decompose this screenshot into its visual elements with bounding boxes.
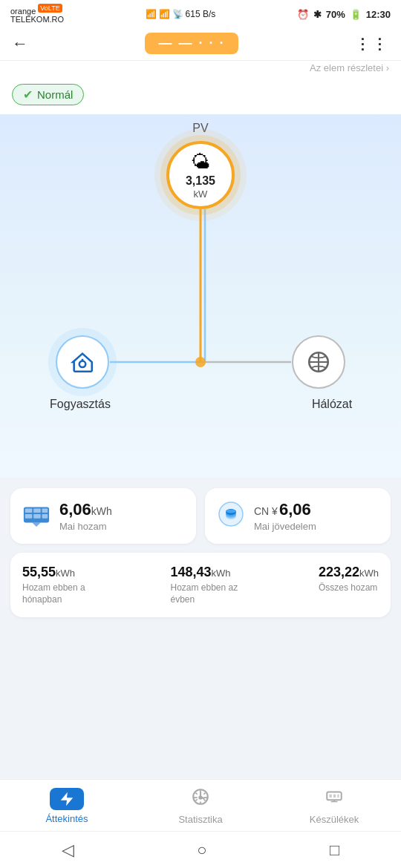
- money-card-icon: [217, 500, 245, 528]
- carrier-info: orange VoLTE TELEKOM.RO: [10, 4, 64, 24]
- status-bar: orange VoLTE TELEKOM.RO 📶 📶 📡 615 B/s ⏰ …: [0, 0, 401, 27]
- grid-icon: [306, 349, 331, 375]
- svg-rect-24: [333, 795, 336, 798]
- pv-power-unit: kW: [194, 188, 208, 200]
- status-badge-label: Normál: [37, 88, 73, 101]
- daily-yield-value: 6,06kWh: [59, 500, 112, 519]
- svg-rect-13: [42, 514, 48, 519]
- overview-label: Áttekintés: [45, 813, 88, 824]
- battery-icon: 🔋: [350, 9, 362, 20]
- wifi-icon: 📡: [172, 9, 183, 19]
- svg-point-20: [226, 510, 236, 513]
- svg-marker-14: [32, 522, 40, 527]
- total-label: Összes hozam: [319, 582, 379, 594]
- daily-yield-label: Mai hozam: [59, 521, 112, 532]
- svg-rect-11: [25, 514, 33, 519]
- stats-label: Statisztika: [178, 814, 222, 825]
- operator-name: TELEKOM.RO: [10, 15, 64, 24]
- overview-icon: [59, 791, 75, 807]
- daily-income-card: CN ¥6,06 Mai jövedelem: [205, 488, 391, 544]
- status-badge: ✔ Normál: [12, 84, 84, 105]
- nav-subtitle[interactable]: Az elem részletei ›: [0, 61, 401, 78]
- daily-income-value: CN ¥6,06: [254, 500, 316, 519]
- daily-yield-content: 6,06kWh Mai hozam: [59, 500, 112, 532]
- cards-area: 6,06kWh Mai hozam CN ¥6,06: [0, 478, 401, 617]
- bluetooth-icon: ✱: [313, 9, 322, 20]
- svg-rect-12: [33, 514, 41, 519]
- svg-point-4: [195, 357, 206, 367]
- svg-point-21: [198, 795, 202, 799]
- clock: 12:30: [366, 9, 391, 20]
- alarm-icon: ⏰: [297, 9, 309, 20]
- yearly-label: Hozam ebben az évben: [170, 582, 252, 605]
- signal-icon-2: 📶: [159, 9, 170, 19]
- daily-income-content: CN ¥6,06 Mai jövedelem: [254, 500, 316, 532]
- energy-diagram: PV 🌤 3,135 kW Fogyasztás Hálóza: [0, 114, 401, 478]
- monthly-value: 55,55kWh: [22, 565, 104, 580]
- carrier-name: orange VoLTE: [10, 4, 64, 16]
- svg-rect-9: [33, 508, 41, 513]
- svg-rect-23: [330, 795, 332, 798]
- android-back-button[interactable]: ◁: [62, 841, 74, 860]
- grid-circle: [292, 335, 345, 389]
- svg-rect-10: [42, 508, 48, 513]
- home-circle: [56, 335, 109, 389]
- status-right: ⏰ ✱ 70% 🔋 12:30: [297, 9, 391, 20]
- devices-label: Készülékek: [310, 814, 359, 825]
- android-recent-button[interactable]: □: [330, 841, 339, 860]
- more-options-button[interactable]: ⋮⋮: [355, 35, 389, 53]
- monthly-stat: 55,55kWh Hozam ebben a hónapban: [22, 565, 104, 605]
- nav-title-masked: — — · · ·: [145, 33, 238, 54]
- signal-icon-1: 📶: [146, 9, 157, 19]
- nav-item-devices[interactable]: Készülékek: [304, 787, 364, 825]
- stats-icon: [191, 787, 210, 811]
- speed-indicator: 615 B/s: [186, 9, 216, 19]
- solar-panel-icon: 🌤: [191, 151, 210, 174]
- solar-panel-card-icon: [22, 500, 50, 528]
- stats-card: 55,55kWh Hozam ebben a hónapban 148,43kW…: [10, 553, 391, 617]
- daily-yield-card: 6,06kWh Mai hozam: [10, 488, 196, 544]
- top-cards-row: 6,06kWh Mai hozam CN ¥6,06: [10, 488, 391, 544]
- total-stat: 223,22kWh Összes hozam: [319, 565, 379, 605]
- monthly-label: Hozam ebben a hónapban: [22, 582, 104, 605]
- pv-circle: 🌤 3,135 kW: [166, 141, 235, 209]
- daily-income-label: Mai jövedelem: [254, 521, 316, 532]
- svg-rect-25: [337, 795, 339, 798]
- svg-rect-8: [25, 508, 33, 513]
- android-nav-bar: ◁ ○ □: [0, 831, 401, 868]
- devices-icon: [325, 787, 344, 811]
- nav-item-stats[interactable]: Statisztika: [171, 787, 230, 825]
- svg-point-5: [79, 361, 86, 368]
- yearly-stat: 148,43kWh Hozam ebben az évben: [170, 565, 252, 605]
- nav-item-overview[interactable]: Áttekintés: [37, 788, 97, 824]
- total-value: 223,22kWh: [319, 565, 379, 580]
- android-home-button[interactable]: ○: [197, 841, 206, 860]
- back-button[interactable]: ←: [12, 34, 28, 53]
- overview-icon-bg: [50, 788, 84, 810]
- status-icons: 📶 📶 📡 615 B/s: [146, 9, 216, 19]
- bottom-nav: Áttekintés Statisztika Készülékek: [0, 779, 401, 831]
- battery-level: 70%: [326, 9, 345, 20]
- home-icon: [70, 349, 95, 375]
- yearly-value: 148,43kWh: [170, 565, 252, 580]
- status-badge-area: ✔ Normál: [0, 78, 401, 114]
- top-nav: ← — — · · · ⋮⋮: [0, 27, 401, 61]
- pv-power-value: 3,135: [186, 174, 215, 188]
- check-icon: ✔: [23, 88, 33, 102]
